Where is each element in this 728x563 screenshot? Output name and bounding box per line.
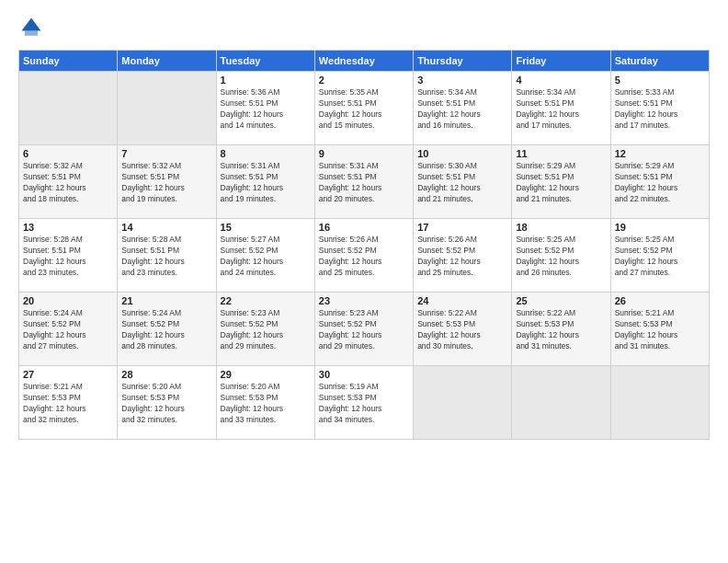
day-number: 30 (319, 369, 409, 380)
calendar-cell: 28Sunrise: 5:20 AM Sunset: 5:53 PM Dayli… (118, 366, 216, 440)
day-number: 7 (121, 148, 211, 159)
day-number: 27 (23, 369, 113, 380)
day-info: Sunrise: 5:29 AM Sunset: 5:51 PM Dayligh… (615, 161, 705, 205)
day-number: 18 (516, 222, 606, 233)
logo-icon (18, 15, 44, 40)
calendar-cell: 3Sunrise: 5:34 AM Sunset: 5:51 PM Daylig… (414, 72, 512, 145)
day-number: 15 (221, 222, 311, 233)
calendar-cell: 12Sunrise: 5:29 AM Sunset: 5:51 PM Dayli… (610, 145, 709, 219)
calendar-cell: 23Sunrise: 5:23 AM Sunset: 5:52 PM Dayli… (314, 293, 413, 366)
calendar-cell (512, 366, 610, 440)
day-number: 4 (516, 75, 606, 86)
calendar-cell: 15Sunrise: 5:27 AM Sunset: 5:52 PM Dayli… (216, 219, 314, 293)
calendar-cell: 24Sunrise: 5:22 AM Sunset: 5:53 PM Dayli… (414, 293, 512, 366)
day-number: 2 (319, 75, 409, 86)
day-number: 1 (221, 75, 311, 86)
day-number: 9 (319, 148, 409, 159)
day-info: Sunrise: 5:28 AM Sunset: 5:51 PM Dayligh… (23, 235, 113, 279)
calendar-table: SundayMondayTuesdayWednesdayThursdayFrid… (18, 50, 710, 440)
calendar-cell: 20Sunrise: 5:24 AM Sunset: 5:52 PM Dayli… (19, 293, 118, 366)
day-info: Sunrise: 5:34 AM Sunset: 5:51 PM Dayligh… (417, 87, 507, 132)
day-info: Sunrise: 5:36 AM Sunset: 5:51 PM Dayligh… (221, 87, 311, 132)
calendar-cell: 17Sunrise: 5:26 AM Sunset: 5:52 PM Dayli… (414, 219, 512, 293)
day-number: 22 (221, 295, 311, 306)
calendar-cell: 22Sunrise: 5:23 AM Sunset: 5:52 PM Dayli… (216, 293, 314, 366)
calendar-cell: 6Sunrise: 5:32 AM Sunset: 5:51 PM Daylig… (19, 145, 118, 219)
svg-rect-1 (25, 31, 38, 36)
day-info: Sunrise: 5:19 AM Sunset: 5:53 PM Dayligh… (319, 382, 409, 426)
calendar-cell: 29Sunrise: 5:20 AM Sunset: 5:53 PM Dayli… (216, 366, 314, 440)
day-info: Sunrise: 5:32 AM Sunset: 5:51 PM Dayligh… (23, 161, 113, 205)
day-info: Sunrise: 5:30 AM Sunset: 5:51 PM Dayligh… (417, 161, 507, 205)
day-number: 10 (417, 148, 507, 159)
day-number: 13 (23, 222, 113, 233)
calendar-week-row: 27Sunrise: 5:21 AM Sunset: 5:53 PM Dayli… (19, 366, 710, 440)
calendar-week-row: 6Sunrise: 5:32 AM Sunset: 5:51 PM Daylig… (19, 145, 710, 219)
day-number: 23 (319, 295, 409, 306)
day-info: Sunrise: 5:28 AM Sunset: 5:51 PM Dayligh… (121, 235, 211, 279)
calendar-cell: 10Sunrise: 5:30 AM Sunset: 5:51 PM Dayli… (414, 145, 512, 219)
day-number: 6 (23, 148, 113, 159)
day-info: Sunrise: 5:33 AM Sunset: 5:51 PM Dayligh… (615, 87, 705, 132)
day-info: Sunrise: 5:21 AM Sunset: 5:53 PM Dayligh… (23, 382, 113, 426)
svg-marker-0 (22, 18, 41, 31)
calendar-header-row: SundayMondayTuesdayWednesdayThursdayFrid… (19, 51, 710, 72)
day-number: 14 (121, 222, 211, 233)
day-info: Sunrise: 5:25 AM Sunset: 5:52 PM Dayligh… (615, 235, 705, 279)
calendar-cell: 13Sunrise: 5:28 AM Sunset: 5:51 PM Dayli… (19, 219, 118, 293)
col-header-monday: Monday (118, 51, 216, 72)
day-info: Sunrise: 5:32 AM Sunset: 5:51 PM Dayligh… (121, 161, 211, 205)
day-info: Sunrise: 5:26 AM Sunset: 5:52 PM Dayligh… (319, 235, 409, 279)
calendar-cell (19, 72, 118, 145)
day-number: 26 (615, 295, 705, 306)
day-number: 8 (221, 148, 311, 159)
calendar-cell: 27Sunrise: 5:21 AM Sunset: 5:53 PM Dayli… (19, 366, 118, 440)
day-number: 12 (615, 148, 705, 159)
calendar-cell: 9Sunrise: 5:31 AM Sunset: 5:51 PM Daylig… (314, 145, 413, 219)
day-number: 16 (319, 222, 409, 233)
calendar-cell (610, 366, 709, 440)
day-info: Sunrise: 5:22 AM Sunset: 5:53 PM Dayligh… (516, 308, 606, 352)
day-number: 11 (516, 148, 606, 159)
calendar-cell: 11Sunrise: 5:29 AM Sunset: 5:51 PM Dayli… (512, 145, 610, 219)
day-info: Sunrise: 5:27 AM Sunset: 5:52 PM Dayligh… (221, 235, 311, 279)
day-number: 28 (121, 369, 211, 380)
calendar-cell: 18Sunrise: 5:25 AM Sunset: 5:52 PM Dayli… (512, 219, 610, 293)
calendar-cell: 26Sunrise: 5:21 AM Sunset: 5:53 PM Dayli… (610, 293, 709, 366)
calendar-cell (118, 72, 216, 145)
calendar-cell: 4Sunrise: 5:34 AM Sunset: 5:51 PM Daylig… (512, 72, 610, 145)
day-info: Sunrise: 5:31 AM Sunset: 5:51 PM Dayligh… (319, 161, 409, 205)
calendar-week-row: 13Sunrise: 5:28 AM Sunset: 5:51 PM Dayli… (19, 219, 710, 293)
day-number: 21 (121, 295, 211, 306)
day-number: 3 (417, 75, 507, 86)
calendar-week-row: 1Sunrise: 5:36 AM Sunset: 5:51 PM Daylig… (19, 72, 710, 145)
day-info: Sunrise: 5:20 AM Sunset: 5:53 PM Dayligh… (221, 382, 311, 426)
calendar-cell: 7Sunrise: 5:32 AM Sunset: 5:51 PM Daylig… (118, 145, 216, 219)
day-info: Sunrise: 5:23 AM Sunset: 5:52 PM Dayligh… (221, 308, 311, 352)
calendar-cell: 16Sunrise: 5:26 AM Sunset: 5:52 PM Dayli… (314, 219, 413, 293)
col-header-saturday: Saturday (610, 51, 709, 72)
col-header-tuesday: Tuesday (216, 51, 314, 72)
calendar-cell: 25Sunrise: 5:22 AM Sunset: 5:53 PM Dayli… (512, 293, 610, 366)
day-number: 19 (615, 222, 705, 233)
col-header-friday: Friday (512, 51, 610, 72)
calendar-cell (414, 366, 512, 440)
day-info: Sunrise: 5:22 AM Sunset: 5:53 PM Dayligh… (417, 308, 507, 352)
calendar-cell: 14Sunrise: 5:28 AM Sunset: 5:51 PM Dayli… (118, 219, 216, 293)
col-header-thursday: Thursday (414, 51, 512, 72)
calendar-cell: 5Sunrise: 5:33 AM Sunset: 5:51 PM Daylig… (610, 72, 709, 145)
calendar-cell: 30Sunrise: 5:19 AM Sunset: 5:53 PM Dayli… (314, 366, 413, 440)
col-header-sunday: Sunday (19, 51, 118, 72)
day-info: Sunrise: 5:25 AM Sunset: 5:52 PM Dayligh… (516, 235, 606, 279)
calendar-cell: 8Sunrise: 5:31 AM Sunset: 5:51 PM Daylig… (216, 145, 314, 219)
day-info: Sunrise: 5:31 AM Sunset: 5:51 PM Dayligh… (221, 161, 311, 205)
header (18, 15, 710, 40)
day-number: 5 (615, 75, 705, 86)
day-info: Sunrise: 5:21 AM Sunset: 5:53 PM Dayligh… (615, 308, 705, 352)
day-number: 20 (23, 295, 113, 306)
day-info: Sunrise: 5:35 AM Sunset: 5:51 PM Dayligh… (319, 87, 409, 132)
page: SundayMondayTuesdayWednesdayThursdayFrid… (0, 0, 728, 563)
logo (18, 15, 48, 40)
day-info: Sunrise: 5:24 AM Sunset: 5:52 PM Dayligh… (23, 308, 113, 352)
day-info: Sunrise: 5:20 AM Sunset: 5:53 PM Dayligh… (121, 382, 211, 426)
